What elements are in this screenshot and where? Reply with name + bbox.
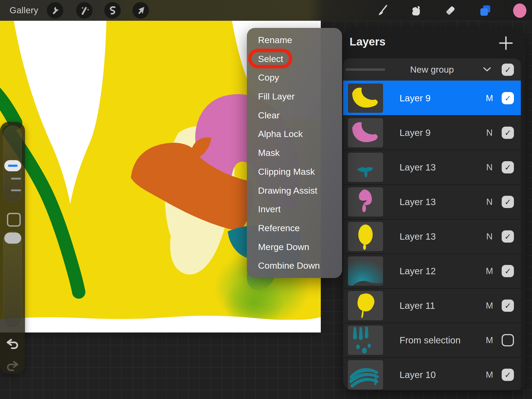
table-row-layer[interactable]: Layer 10 M ✓ bbox=[343, 357, 521, 390]
undo-button[interactable] bbox=[5, 336, 20, 351]
smudge-tool-button[interactable] bbox=[409, 4, 423, 18]
menu-item-merge-down[interactable]: Merge Down bbox=[247, 238, 342, 256]
layer-visibility-checkbox[interactable]: ✓ bbox=[502, 161, 514, 173]
table-row-layer[interactable]: Layer 13 N ✓ bbox=[343, 150, 521, 184]
smudge-icon bbox=[410, 5, 422, 17]
menu-item-alpha-lock[interactable]: Alpha Lock bbox=[247, 124, 342, 143]
layer-visibility-checkbox[interactable]: ✓ bbox=[502, 334, 514, 346]
procreate-app: Gallery bbox=[0, 0, 532, 399]
layer-thumbnail bbox=[348, 84, 383, 113]
layer-visibility-checkbox[interactable]: ✓ bbox=[502, 196, 514, 208]
redo-button[interactable] bbox=[5, 358, 20, 373]
layer-context-menu: Rename Select Copy Fill Layer Clear Alph… bbox=[247, 28, 342, 278]
layer-thumbnail bbox=[348, 360, 383, 389]
table-row-layer[interactable]: Layer 9 N ✓ bbox=[343, 115, 521, 150]
table-row-layer[interactable]: From selection M ✓ bbox=[343, 323, 521, 357]
menu-item-clipping-mask[interactable]: Clipping Mask bbox=[247, 162, 342, 181]
slider-tick bbox=[11, 189, 21, 191]
layer-thumbnail bbox=[348, 187, 383, 217]
layers-panel-header: Layers bbox=[343, 28, 525, 59]
adjustments-button[interactable] bbox=[76, 2, 93, 19]
layer-thumbnail bbox=[348, 118, 383, 147]
add-layer-button[interactable] bbox=[498, 35, 514, 51]
table-row-layer[interactable]: Layer 13 N ✓ bbox=[343, 219, 521, 253]
blend-mode-badge[interactable]: M bbox=[481, 323, 497, 357]
blend-mode-badge[interactable]: M bbox=[481, 289, 497, 323]
menu-item-rename[interactable]: Rename bbox=[247, 31, 342, 49]
brush-size-slider[interactable] bbox=[3, 126, 22, 202]
layers-panel: Layers New group ✓ Layer 9 bbox=[343, 28, 525, 390]
opacity-handle[interactable] bbox=[4, 232, 21, 244]
blend-mode-badge[interactable]: N bbox=[481, 150, 497, 184]
blend-mode-badge[interactable]: N bbox=[481, 116, 497, 150]
menu-item-clear[interactable]: Clear bbox=[247, 106, 342, 125]
slider-tick bbox=[11, 178, 21, 180]
chevron-down-icon[interactable] bbox=[483, 67, 491, 73]
layers-title: Layers bbox=[350, 35, 385, 48]
layers-icon bbox=[479, 4, 492, 17]
layer-thumbnail bbox=[348, 256, 383, 286]
blend-mode-badge[interactable]: M bbox=[481, 254, 497, 288]
layer-group-row[interactable]: New group ✓ bbox=[343, 59, 521, 81]
sidebar-controls bbox=[0, 122, 25, 374]
layer-thumbnail bbox=[348, 326, 383, 355]
layer-visibility-checkbox[interactable]: ✓ bbox=[502, 265, 514, 277]
table-row-layer[interactable]: Layer 11 M ✓ bbox=[343, 288, 521, 323]
table-row-layer[interactable]: Layer 13 N ✓ bbox=[343, 184, 521, 219]
transform-button[interactable] bbox=[132, 2, 149, 19]
layer-visibility-checkbox[interactable]: ✓ bbox=[502, 92, 514, 104]
layer-visibility-checkbox[interactable]: ✓ bbox=[502, 127, 514, 139]
brush-size-indicator bbox=[8, 165, 18, 167]
layer-list: New group ✓ Layer 9 M ✓ Layer 9 N bbox=[343, 59, 521, 390]
layer-thumbnail bbox=[348, 222, 383, 251]
plus-icon bbox=[498, 35, 514, 51]
color-swatch-icon bbox=[513, 3, 527, 18]
menu-item-combine-down[interactable]: Combine Down bbox=[247, 256, 342, 275]
redo-icon bbox=[5, 358, 20, 373]
actions-button[interactable] bbox=[47, 2, 63, 19]
brush-size-handle[interactable] bbox=[4, 160, 21, 171]
menu-item-invert[interactable]: Invert bbox=[247, 200, 342, 219]
blend-mode-badge[interactable]: N bbox=[481, 185, 497, 219]
panel-caret bbox=[480, 21, 491, 27]
menu-item-mask[interactable]: Mask bbox=[247, 143, 342, 162]
blend-mode-badge[interactable]: N bbox=[481, 219, 497, 253]
group-visibility-checkbox[interactable]: ✓ bbox=[502, 64, 514, 76]
menu-item-copy[interactable]: Copy bbox=[247, 68, 342, 87]
menu-item-select[interactable]: Select bbox=[247, 49, 342, 68]
menu-item-drawing-assist[interactable]: Drawing Assist bbox=[247, 181, 342, 200]
layer-visibility-checkbox[interactable]: ✓ bbox=[502, 230, 514, 243]
layer-visibility-checkbox[interactable]: ✓ bbox=[502, 369, 514, 381]
table-row-layer[interactable]: Layer 12 M ✓ bbox=[343, 253, 521, 288]
top-toolbar: Gallery bbox=[0, 0, 532, 21]
blend-mode-badge[interactable]: M bbox=[481, 358, 497, 390]
eraser-tool-button[interactable] bbox=[443, 4, 457, 18]
layer-visibility-checkbox[interactable]: ✓ bbox=[502, 300, 514, 312]
eraser-icon bbox=[444, 5, 456, 17]
modify-button[interactable] bbox=[7, 213, 21, 227]
selection-s-icon bbox=[107, 5, 118, 16]
menu-item-reference[interactable]: Reference bbox=[247, 219, 342, 238]
undo-icon bbox=[5, 336, 20, 351]
gallery-button[interactable]: Gallery bbox=[10, 0, 38, 21]
layer-thumbnail bbox=[348, 291, 383, 320]
brush-icon bbox=[376, 5, 389, 17]
blend-mode-badge[interactable]: M bbox=[481, 81, 497, 115]
color-tool-button[interactable] bbox=[513, 4, 527, 18]
wrench-icon bbox=[50, 5, 60, 16]
layer-thumbnail bbox=[348, 153, 383, 182]
group-label: New group bbox=[343, 59, 521, 81]
magic-wand-icon bbox=[79, 5, 90, 16]
table-row-layer[interactable]: Layer 9 M ✓ bbox=[343, 81, 521, 115]
selection-button[interactable] bbox=[104, 2, 121, 19]
transform-arrow-icon bbox=[135, 5, 146, 16]
opacity-slider[interactable] bbox=[3, 231, 22, 328]
menu-item-list: Rename Select Copy Fill Layer Clear Alph… bbox=[247, 31, 342, 275]
brush-tool-button[interactable] bbox=[376, 4, 389, 18]
layers-tool-button[interactable] bbox=[478, 4, 492, 18]
menu-item-fill-layer[interactable]: Fill Layer bbox=[247, 87, 342, 106]
